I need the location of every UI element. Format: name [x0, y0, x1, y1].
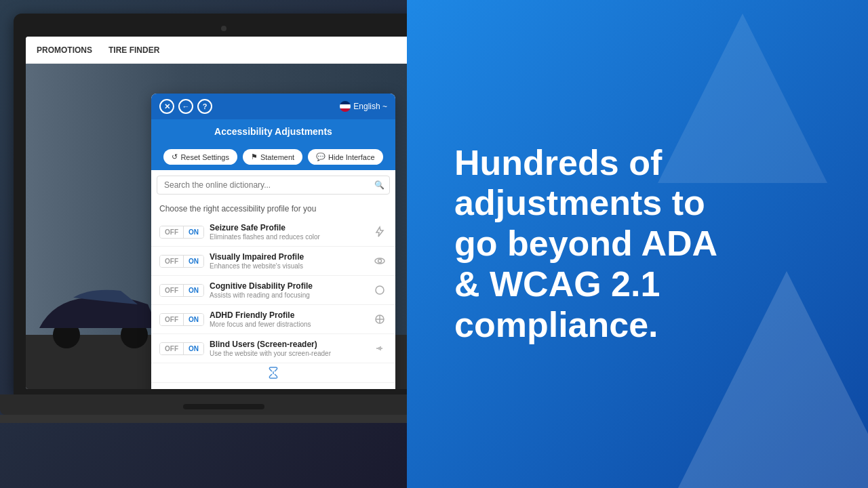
car-silhouette — [33, 281, 168, 348]
seizure-safe-desc: Eliminates flashes and reduces color — [210, 233, 367, 241]
seizure-safe-name: Seizure Safe Profile — [210, 223, 367, 232]
link-icon-row — [151, 363, 395, 383]
cognitive-info: Cognitive Disability Profile Assists wit… — [210, 281, 367, 299]
visually-impaired-name: Visually Impaired Profile — [210, 252, 367, 262]
blind-name: Blind Users (Screen-reader) — [210, 340, 367, 349]
svg-point-3 — [378, 260, 382, 263]
profile-visually-impaired: OFF ON Visually Impaired Profile Enhance… — [151, 247, 395, 276]
geo-shape-top — [658, 14, 827, 183]
website-hero: ✕ ← ? English ~ Accessibility Adjust — [26, 64, 407, 389]
widget-actions: ↺ Reset Settings ⚑ Statement 💬 Hide Inte… — [151, 144, 395, 170]
close-button[interactable]: ✕ — [159, 99, 174, 114]
svg-marker-15 — [658, 14, 827, 183]
visually-impaired-info: Visually Impaired Profile Enhances the w… — [210, 252, 367, 270]
help-button[interactable]: ? — [197, 99, 212, 114]
website-nav: PROMOTIONS TIRE FINDER — [26, 37, 407, 64]
toggle-on-cognitive[interactable]: ON — [184, 285, 203, 296]
blind-icon — [372, 341, 387, 356]
profile-keyboard: OFF ON Keyboard Navigation (Motor) Use t… — [151, 383, 395, 389]
header-controls: ✕ ← ? — [159, 99, 212, 114]
cognitive-icon — [372, 283, 387, 298]
toggle-off-visually[interactable]: OFF — [160, 256, 184, 267]
blind-info: Blind Users (Screen-reader) Use the webs… — [210, 340, 367, 357]
statement-button[interactable]: ⚑ Statement — [243, 149, 302, 165]
search-wrapper: 🔍 — [157, 176, 390, 195]
keyboard-info: Keyboard Navigation (Motor) Use the webs… — [210, 388, 367, 389]
svg-point-4 — [376, 286, 384, 294]
seizure-safe-icon — [372, 224, 387, 239]
blind-desc: Use the website with your screen-reader — [210, 350, 367, 357]
laptop-stand — [0, 415, 407, 423]
seizure-safe-info: Seizure Safe Profile Eliminates flashes … — [210, 223, 367, 241]
widget-title: Accessibility Adjustments — [151, 119, 395, 144]
language-selector[interactable]: English ~ — [340, 101, 387, 112]
profile-blind: OFF ON Blind Users (Screen-reader) Use t… — [151, 334, 395, 363]
laptop-camera — [221, 26, 226, 31]
adhd-icon — [372, 312, 387, 327]
svg-marker-14 — [651, 271, 868, 488]
link-icon — [267, 366, 280, 380]
adhd-name: ADHD Friendly Profile — [210, 310, 367, 320]
toggle-blind[interactable]: OFF ON — [159, 342, 204, 355]
cognitive-desc: Assists with reading and focusing — [210, 291, 367, 299]
language-label: English ~ — [353, 102, 387, 111]
toggle-on-seizure[interactable]: ON — [184, 226, 203, 238]
reset-settings-button[interactable]: ↺ Reset Settings — [163, 149, 237, 165]
toggle-off-adhd[interactable]: OFF — [160, 314, 184, 325]
toggle-off-cognitive[interactable]: OFF — [160, 285, 184, 296]
hide-icon: 💬 — [316, 152, 326, 161]
search-section: 🔍 — [151, 170, 395, 200]
reset-icon: ↺ — [172, 152, 178, 161]
toggle-on-adhd[interactable]: ON — [184, 314, 203, 325]
back-button[interactable]: ← — [178, 99, 193, 114]
toggle-on-blind[interactable]: ON — [184, 343, 203, 354]
toggle-off-blind[interactable]: OFF — [160, 343, 184, 354]
toggle-adhd[interactable]: OFF ON — [159, 313, 204, 326]
dictionary-search[interactable] — [157, 176, 390, 195]
laptop-container: PROMOTIONS TIRE FINDER — [0, 14, 407, 423]
visually-impaired-icon — [372, 253, 387, 268]
flag-icon — [340, 101, 351, 112]
toggle-off-seizure[interactable]: OFF — [160, 226, 184, 238]
widget-header: ✕ ← ? English ~ — [151, 94, 395, 119]
left-panel: PROMOTIONS TIRE FINDER — [0, 0, 407, 488]
right-panel: Hundreds of adjustments to go beyond ADA… — [407, 0, 868, 488]
profile-adhd: OFF ON ADHD Friendly Profile More focus … — [151, 305, 395, 334]
visually-impaired-desc: Enhances the website's visuals — [210, 262, 367, 270]
toggle-on-visually[interactable]: ON — [184, 256, 203, 267]
statement-icon: ⚑ — [251, 152, 258, 161]
profile-seizure-safe: OFF ON Seizure Safe Profile Eliminates f… — [151, 218, 395, 247]
profiles-list: OFF ON Seizure Safe Profile Eliminates f… — [151, 218, 395, 389]
toggle-cognitive[interactable]: OFF ON — [159, 284, 204, 297]
keyboard-name: Keyboard Navigation (Motor) — [210, 388, 367, 389]
geo-shape-bottom — [651, 271, 868, 488]
profile-section-header: Choose the right accessibility profile f… — [151, 200, 395, 218]
accessibility-widget: ✕ ← ? English ~ Accessibility Adjust — [151, 94, 395, 389]
toggle-visually-impaired[interactable]: OFF ON — [159, 255, 204, 268]
laptop-keyboard-base — [0, 394, 407, 415]
hide-interface-button[interactable]: 💬 Hide Interface — [308, 149, 382, 165]
laptop-bezel: PROMOTIONS TIRE FINDER — [14, 14, 407, 394]
toggle-seizure-safe[interactable]: OFF ON — [159, 226, 204, 239]
nav-promotions[interactable]: PROMOTIONS — [37, 45, 92, 55]
nav-tire-finder[interactable]: TIRE FINDER — [108, 45, 159, 55]
search-icon: 🔍 — [374, 180, 384, 190]
adhd-info: ADHD Friendly Profile More focus and few… — [210, 310, 367, 328]
cognitive-name: Cognitive Disability Profile — [210, 281, 367, 291]
laptop-screen: PROMOTIONS TIRE FINDER — [26, 37, 407, 389]
adhd-desc: More focus and fewer distractions — [210, 321, 367, 328]
profile-cognitive: OFF ON Cognitive Disability Profile Assi… — [151, 276, 395, 305]
